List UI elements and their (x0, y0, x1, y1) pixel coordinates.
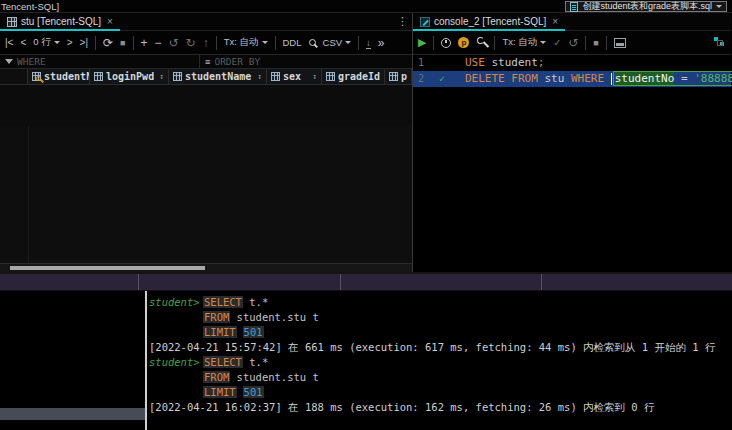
export-format-value: CSV (323, 37, 343, 48)
toolbar-separator (585, 36, 586, 50)
scrollbar-thumb[interactable] (10, 266, 205, 270)
sql-keyword: SELECT (203, 356, 243, 368)
primary-key-icon (36, 76, 41, 81)
settings-wrench-icon[interactable] (476, 37, 487, 48)
tx-mode-dropdown[interactable]: Tx: 自动 (502, 36, 546, 49)
column-icon (173, 72, 182, 81)
reload-icon[interactable]: ⟳ (103, 37, 113, 49)
execution-result: [2022-04-21 15:57:42] 在 661 ms (executio… (149, 340, 732, 355)
console-editor-panel: console_2 [Tencent-SQL] × ▶ p Tx: 自动 ✓ ↺… (413, 13, 731, 272)
schema-prompt: student> (149, 295, 203, 310)
column-header-sex[interactable]: sex ↕ (267, 69, 322, 84)
caret-down-icon (716, 5, 722, 11)
grid-toolbar: |< < 0 行 > >| ⟳ ■ + − ↺ ↻ ↑ Tx: 自动 (0, 31, 412, 55)
sort-toggle-icon[interactable]: ↕ (257, 72, 262, 81)
toolbar-separator (216, 36, 217, 50)
tab-console-2[interactable]: console_2 [Tencent-SQL] × (413, 13, 565, 30)
toolbar-separator (494, 36, 495, 50)
column-header-loginPwd[interactable]: loginPwd ↕ (90, 69, 169, 84)
horizontal-scrollbar[interactable] (0, 263, 412, 272)
stop-icon[interactable]: ■ (120, 38, 125, 48)
more-actions-icon[interactable]: » (378, 37, 385, 49)
sql-editor[interactable]: 1 USE student; 2 ✓ DELETE FROM stu WHERE… (413, 55, 731, 272)
page-size-dropdown[interactable]: 0 行 (33, 36, 59, 49)
code-line: USE student; (465, 55, 731, 71)
sql-identifier: stu (538, 72, 571, 85)
results-band (0, 272, 732, 291)
export-format-dropdown[interactable]: CSV (323, 37, 352, 48)
output-area: student>SELECT t.* FROM student.stu t LI… (0, 291, 732, 430)
sql-text: t.* (243, 356, 268, 368)
revert-icon[interactable]: ↺ (169, 37, 179, 49)
sql-file-icon (570, 2, 578, 12)
search-icon[interactable] (309, 39, 316, 46)
export-data-icon[interactable]: ↓ (366, 37, 371, 49)
data-source-icon[interactable] (714, 37, 726, 48)
file-selector[interactable]: 创建student表和grade表脚本.sql (565, 1, 727, 12)
last-page-button[interactable]: >| (80, 38, 88, 48)
grid-body[interactable] (0, 126, 412, 263)
output-left-pane (0, 291, 145, 430)
grid-filter-row: WHERE ≡ ORDER BY (0, 55, 412, 69)
sort-toggle-icon[interactable]: ↕ (312, 72, 317, 81)
schema-prompt: student> (149, 355, 203, 370)
explain-plan-icon[interactable]: p (458, 37, 469, 48)
tx-mode-value: Tx: 自动 (224, 36, 259, 49)
right-tabbar: console_2 [Tencent-SQL] × (413, 13, 731, 31)
commit-icon[interactable]: ✓ (553, 37, 561, 48)
sql-number: 501 (243, 326, 264, 338)
editor-line-2[interactable]: 2 ✓ DELETE FROM stu WHERE studentNo = '8… (413, 71, 731, 87)
grid-header-row: studentNo ↕ loginPwd ↕ studentName ↕ sex… (0, 69, 412, 85)
column-header-gradeId[interactable]: gradeId ↕ (322, 69, 385, 84)
toolbar-separator (606, 36, 607, 50)
order-by-placeholder: ORDER BY (214, 56, 260, 67)
stop-icon[interactable]: ■ (593, 38, 598, 48)
first-page-button[interactable]: |< (5, 38, 13, 48)
plan-glyph: p (458, 37, 469, 48)
editor-line-1[interactable]: 1 USE student; (413, 55, 731, 71)
sql-operator: = (674, 72, 694, 85)
line-number: 1 (413, 55, 431, 71)
tx-mode-dropdown[interactable]: Tx: 自动 (224, 36, 268, 49)
sql-keyword: FROM (203, 311, 230, 323)
submit-icon[interactable]: ↑ (203, 37, 209, 49)
tab-options-icon[interactable]: ⋮ (397, 15, 408, 28)
rollback-icon[interactable]: ↺ (568, 37, 578, 49)
sort-toggle-icon[interactable]: ↕ (159, 72, 164, 81)
table-icon (7, 17, 17, 27)
titlebar: Tencent-SQL] 创建student表和grade表脚本.sql (0, 0, 732, 13)
history-icon[interactable] (441, 38, 451, 48)
success-check-icon: ✓ (439, 71, 445, 87)
caret-down-icon (54, 41, 60, 47)
where-filter-input[interactable]: WHERE (0, 55, 200, 68)
sql-text: student.stu t (230, 311, 319, 323)
tab-stu[interactable]: stu [Tencent-SQL] × (0, 13, 120, 30)
gutter: 2 ✓ (413, 71, 465, 87)
close-icon[interactable]: × (552, 16, 558, 27)
console-line: student>SELECT t.* (149, 355, 732, 370)
ddl-button[interactable]: DDL (283, 37, 302, 48)
previous-page-button[interactable]: < (20, 38, 26, 48)
column-header-studentName[interactable]: studentName ↕ (169, 69, 267, 84)
sql-keyword: USE (465, 56, 485, 69)
column-name: p (401, 71, 407, 82)
next-page-button[interactable]: > (67, 38, 73, 48)
output-toggle-icon[interactable] (614, 38, 626, 48)
close-icon[interactable]: × (107, 16, 113, 27)
console-line: student>SELECT t.* (149, 295, 732, 310)
sql-text: t.* (243, 296, 268, 308)
selected-row-band (0, 408, 145, 420)
column-header-partial[interactable]: p (385, 69, 412, 84)
add-row-button[interactable]: + (141, 37, 148, 49)
column-icon (94, 72, 103, 81)
clock-glyph (441, 38, 451, 48)
redo-icon[interactable]: ↻ (186, 37, 196, 49)
column-header-studentNo[interactable]: studentNo ↕ (28, 69, 90, 84)
run-button[interactable]: ▶ (418, 36, 426, 49)
delete-row-button[interactable]: − (155, 37, 162, 49)
caret-down-icon (262, 41, 268, 47)
order-by-input[interactable]: ≡ ORDER BY (200, 55, 412, 68)
sql-keyword: WHERE (571, 72, 604, 85)
console-file-icon (420, 17, 430, 27)
output-console[interactable]: student>SELECT t.* FROM student.stu t LI… (147, 291, 732, 430)
